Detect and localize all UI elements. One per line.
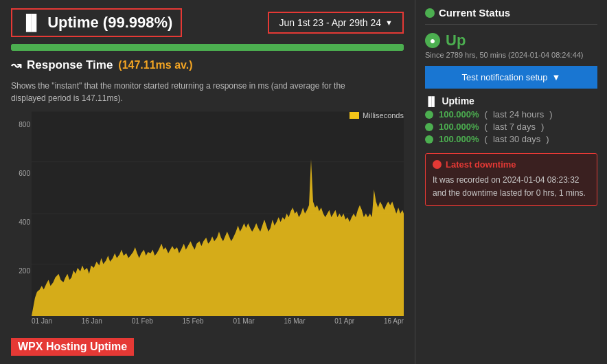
current-status-title: Current Status xyxy=(439,7,510,19)
uptime-period-30d-close: ) xyxy=(546,134,549,144)
response-time-label: Response Time xyxy=(27,58,113,72)
test-notification-button[interactable]: Test notification setup ▼ xyxy=(425,66,597,89)
response-time-avg: (147.11ms av.) xyxy=(118,59,192,71)
bar-chart-icon: ▐▌ xyxy=(21,14,42,32)
uptime-period-24h-text: last 24 hours xyxy=(493,109,544,120)
uptime-dot-30d xyxy=(425,135,433,144)
uptime-progress-bar xyxy=(11,44,404,51)
downtime-text: It was recorded on 2024-01-04 08:23:32 a… xyxy=(433,174,590,200)
response-time-section-title: ↝ Response Time (147.11ms av.) xyxy=(11,58,404,73)
response-time-chart: Milliseconds 800 600 400 200 01 Jan 16 J… xyxy=(11,111,404,331)
date-range-button[interactable]: Jun 1st 23 - Apr 29th 24 ▼ xyxy=(268,12,404,34)
date-range-label: Jun 1st 23 - Apr 29th 24 xyxy=(279,17,381,28)
uptime-progress-fill xyxy=(11,44,404,51)
uptime-title-box: ▐▌ Uptime (99.998%) xyxy=(11,8,182,37)
status-up-circle: ● xyxy=(425,33,440,48)
status-up-row: ● Up xyxy=(425,32,597,49)
uptime-period-7d-close: ) xyxy=(541,122,544,132)
status-up-checkmark: ● xyxy=(430,35,435,46)
response-time-description: Shows the "instant" that the monitor sta… xyxy=(11,80,382,104)
uptime-pct-24h: 100.000% xyxy=(439,109,479,120)
downtime-section: Latest downtime It was recorded on 2024-… xyxy=(425,153,597,206)
status-header-icon xyxy=(425,8,435,18)
dropdown-arrow-icon: ▼ xyxy=(385,19,393,27)
uptime-dot-7d xyxy=(425,123,433,131)
uptime-period-7d: ( xyxy=(485,122,488,132)
x-label-01jan: 01 Jan xyxy=(32,317,52,325)
chart-svg xyxy=(32,111,404,316)
uptime-label: Uptime xyxy=(442,95,474,106)
uptime-section-title: ▐▌ Uptime xyxy=(425,95,597,106)
downtime-title: Latest downtime xyxy=(446,159,516,170)
legend-label: Milliseconds xyxy=(363,111,404,120)
uptime-period-30d-text: last 30 days xyxy=(493,134,540,144)
uptime-period-24h: ( xyxy=(485,109,488,120)
status-since-text: Since 2789 hrs, 50 mins (2024-01-04 08:2… xyxy=(425,51,597,59)
uptime-dot-24h xyxy=(425,111,433,119)
y-label-800: 800 xyxy=(11,121,30,128)
legend-color-box xyxy=(350,112,359,119)
watermark: WPX Hosting Uptime xyxy=(11,338,134,356)
uptime-period-30d: ( xyxy=(485,134,488,144)
chart-legend: Milliseconds xyxy=(350,111,404,120)
left-panel: ▐▌ Uptime (99.998%) Jun 1st 23 - Apr 29t… xyxy=(0,0,415,364)
uptime-period-24h-close: ) xyxy=(549,109,552,120)
uptime-bar-icon: ▐▌ xyxy=(425,96,437,106)
header-row: ▐▌ Uptime (99.998%) Jun 1st 23 - Apr 29t… xyxy=(11,8,404,37)
x-label-01apr: 01 Apr xyxy=(334,317,354,325)
downtime-icon xyxy=(433,160,442,169)
y-label-200: 200 xyxy=(11,267,30,275)
x-axis-labels: 01 Jan 16 Jan 01 Feb 15 Feb 01 Mar 16 Ma… xyxy=(11,316,404,325)
response-time-icon: ↝ xyxy=(11,58,21,73)
uptime-pct-7d: 100.000% xyxy=(439,122,479,132)
uptime-row-24h: 100.000% ( last 24 hours ) xyxy=(425,109,597,120)
status-up-container: ● Up Since 2789 hrs, 50 mins (2024-01-04… xyxy=(425,32,597,59)
test-notification-label: Test notification setup xyxy=(462,72,548,82)
y-label-600: 600 xyxy=(11,170,30,177)
chart-y-axis: 800 600 400 200 xyxy=(11,121,30,316)
test-notification-arrow: ▼ xyxy=(552,72,561,82)
x-label-16jan: 16 Jan xyxy=(82,317,102,325)
uptime-row-7d: 100.000% ( last 7 days ) xyxy=(425,122,597,132)
x-label-01feb: 01 Feb xyxy=(132,317,153,325)
x-label-01mar: 01 Mar xyxy=(233,317,254,325)
status-up-label: Up xyxy=(446,32,466,49)
uptime-title: Uptime (99.998%) xyxy=(47,14,172,32)
x-label-15feb: 15 Feb xyxy=(183,317,204,325)
current-status-header: Current Status xyxy=(425,7,597,25)
uptime-section: ▐▌ Uptime 100.000% ( last 24 hours ) 100… xyxy=(425,95,597,146)
right-panel: Current Status ● Up Since 2789 hrs, 50 m… xyxy=(415,0,607,364)
uptime-pct-30d: 100.000% xyxy=(439,134,479,144)
uptime-row-30d: 100.000% ( last 30 days ) xyxy=(425,134,597,144)
x-label-16mar: 16 Mar xyxy=(284,317,305,325)
y-label-400: 400 xyxy=(11,218,30,226)
downtime-header: Latest downtime xyxy=(433,159,590,170)
x-label-16apr: 16 Apr xyxy=(384,317,404,325)
uptime-period-7d-text: last 7 days xyxy=(493,122,536,132)
